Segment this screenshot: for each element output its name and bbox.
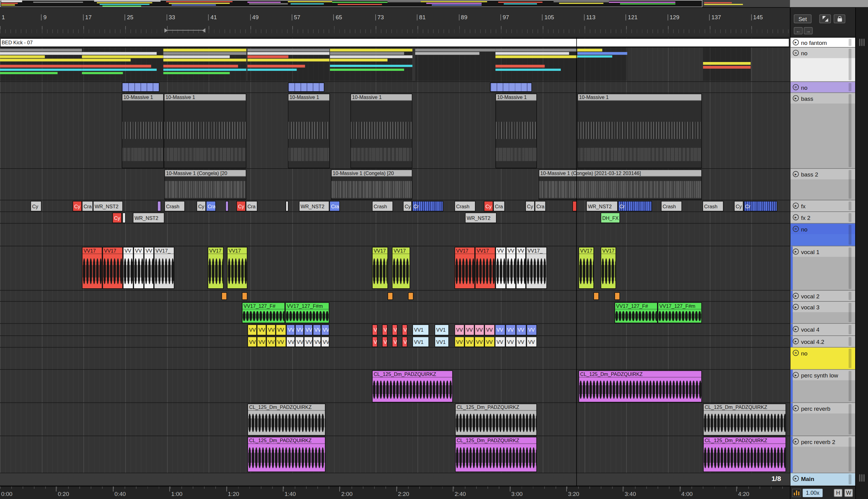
track-header-main[interactable]: ▸Main [791,473,855,486]
clip[interactable]: Cy [403,201,412,211]
clip[interactable]: VV [286,337,295,347]
clip[interactable]: Cy [484,201,493,211]
clip[interactable]: Crash [454,201,476,211]
track-fold-icon[interactable]: ▸ [793,203,799,209]
track-header-fx[interactable]: ▸fx [791,200,855,212]
clip[interactable]: VV17 [227,247,247,289]
clip[interactable]: VV [321,324,329,335]
clip[interactable]: VV [485,337,495,347]
clip[interactable]: VV [474,324,485,335]
clip[interactable] [225,201,229,211]
clip[interactable] [221,292,227,300]
track-fold-icon[interactable]: ▸ [793,405,799,411]
lock-button[interactable] [834,14,845,23]
clip[interactable]: Crash [661,201,682,211]
track-header-no-fantom[interactable]: ▸no fantom [791,38,855,48]
clip[interactable]: VV17_127_F# [614,302,658,324]
clip[interactable]: VV [133,247,144,289]
expand-view-button[interactable] [819,14,831,23]
track-header-perc-reverb[interactable]: ▸perc reverb [791,403,855,436]
clip[interactable]: VV [313,337,321,347]
clip[interactable]: VV17_ [154,247,174,289]
clip[interactable]: VV17 [102,247,123,289]
clip[interactable]: Cy [196,201,206,211]
clip[interactable]: VV17 [208,247,224,289]
clip[interactable]: 10-Massive 1 (Congela) [20 [164,170,246,200]
clip[interactable]: VV [516,247,526,289]
clip[interactable]: VV [247,337,257,347]
track-header-vocal-4[interactable]: ▸vocal 4 [791,324,855,336]
clip[interactable]: VV [505,324,516,335]
clip[interactable]: VV [266,324,276,335]
clip[interactable]: CL_125_Dm_PADZQUIRKZ [372,370,453,402]
overview-view-box[interactable] [0,0,702,7]
clip[interactable]: VV1 [412,337,429,347]
clip[interactable]: VV17_127_F#m [285,302,329,324]
track-fold-icon[interactable]: ▸ [793,39,799,46]
track-fold-icon[interactable]: ▸ [793,293,799,299]
clip[interactable]: V [402,324,407,335]
clip[interactable]: CL_125_Dm_PADZQUIRKZ [455,437,537,472]
clip[interactable]: VV17 [601,247,616,289]
clip[interactable]: V [402,337,407,347]
track-fold-icon[interactable]: ▸ [793,372,799,378]
clip[interactable]: VV17_127_F# [242,302,285,324]
clip[interactable]: Cy [72,201,82,211]
clip[interactable] [242,292,247,300]
clip[interactable] [490,83,532,92]
clip[interactable]: VV17 [82,247,102,289]
clip[interactable]: VV [295,324,304,335]
track-fold-icon[interactable]: ▸ [793,475,799,482]
clip[interactable]: VV [495,324,505,335]
track-header-vocal-4-2[interactable]: ▸vocal 4.2 [791,336,855,348]
clip[interactable]: VV17 [392,247,410,289]
group-overview-clip[interactable] [247,48,329,81]
clip[interactable]: Cy [734,201,743,211]
clip[interactable]: VV1 [435,337,449,347]
clip[interactable]: Cra [206,201,216,211]
track-header-vocal-2[interactable]: ▸vocal 2 [791,291,855,302]
clip[interactable]: VV17_ [526,247,547,289]
group-overview-clip[interactable] [163,48,246,81]
clip[interactable]: Cr [743,201,777,211]
group-overview-clip[interactable] [577,48,627,81]
lane-vocal-1[interactable]: VV17VV17VVVVVVVV17_VV17VV17VV17VV17VV17V… [0,246,790,291]
lane-group-no-yellow[interactable] [0,348,790,370]
group-fold-icon[interactable]: ≡ [793,84,799,90]
clip[interactable]: VV17 [475,247,496,289]
track-header-perc-synth-low[interactable]: ▸perc synth low [791,370,855,403]
clip[interactable]: VV [257,324,266,335]
clip[interactable]: WR_NST2 [299,201,330,211]
clip[interactable]: VV [247,324,257,335]
track-fold-icon[interactable]: ▸ [793,326,799,332]
clip[interactable]: VV [321,337,329,347]
clip[interactable]: WR_NST2 [93,201,123,211]
group-fold-icon[interactable]: ≡ [793,350,799,356]
clip[interactable]: Cy [112,212,122,223]
clip[interactable]: 10-Massive 1 (Congela) [20 [331,170,412,200]
clip[interactable]: VV [516,324,526,335]
group-overview-clip[interactable] [82,48,163,81]
track-fold-icon[interactable]: ▸ [793,304,799,310]
clip[interactable]: VV17 [454,247,475,289]
lane-vocal-2[interactable] [0,291,790,302]
clip[interactable]: VV [505,337,516,347]
clip[interactable]: VV [313,324,321,335]
track-header-bass-2[interactable]: ▸bass 2 [791,169,855,200]
group-fold-icon[interactable]: ≡ [793,50,799,56]
clip[interactable]: VV17 [578,247,594,289]
clip[interactable]: Crash [164,201,185,211]
clip[interactable]: VV17_127_F#m [658,302,702,324]
group-fold-icon[interactable]: ≡ [793,226,799,232]
clip[interactable]: VV [495,337,505,347]
clip[interactable]: Cy [236,201,246,211]
clip[interactable]: V [392,324,398,335]
clip[interactable]: Cra [82,201,93,211]
clip[interactable]: WR_NST2 [133,212,164,223]
clip[interactable] [408,292,414,300]
clip[interactable]: VV [304,337,313,347]
lane-main[interactable]: 1/8 [0,473,790,486]
track-header-bass[interactable]: ▸bass [791,93,855,169]
clip[interactable]: Cy [30,201,41,211]
group-overview-clip[interactable] [0,48,82,81]
